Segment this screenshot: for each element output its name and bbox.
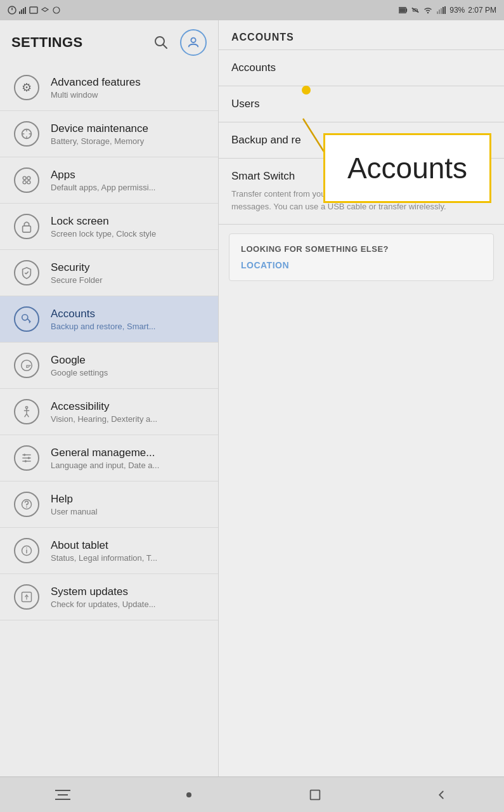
help-svg bbox=[20, 498, 33, 511]
sidebar-item-text: System updates Check for updates, Update… bbox=[51, 586, 155, 609]
maintenance-svg bbox=[20, 127, 34, 141]
icon-wrap bbox=[11, 396, 42, 427]
item-title: Device maintenance bbox=[51, 122, 148, 135]
svg-rect-13 bbox=[437, 11, 438, 14]
apps-icon bbox=[14, 167, 39, 193]
svg-point-33 bbox=[25, 407, 27, 409]
back-button[interactable] bbox=[422, 782, 460, 808]
sidebar-item-google[interactable]: Google Google settings bbox=[0, 343, 218, 389]
item-title: General manageme... bbox=[51, 447, 159, 459]
svg-line-19 bbox=[163, 44, 167, 48]
icon-wrap bbox=[11, 165, 42, 195]
svg-point-25 bbox=[27, 181, 30, 184]
item-title: Help bbox=[51, 493, 98, 506]
security-icon bbox=[14, 260, 39, 285]
dot-indicator bbox=[170, 782, 208, 808]
notification-icon bbox=[8, 6, 16, 15]
svg-rect-5 bbox=[25, 7, 26, 14]
back-icon bbox=[434, 788, 448, 802]
sidebar-item-about-tablet[interactable]: About tablet Status, Legal information, … bbox=[0, 528, 218, 574]
search-icon bbox=[153, 35, 169, 50]
svg-rect-10 bbox=[406, 8, 408, 11]
item-subtitle: Battery, Storage, Memory bbox=[51, 136, 148, 146]
home-icon bbox=[308, 788, 322, 802]
sidebar-header: SETTINGS bbox=[0, 20, 218, 65]
google-svg bbox=[20, 359, 33, 372]
sidebar-item-security[interactable]: Security Secure Folder bbox=[0, 250, 218, 296]
accounts-menu-title: Accounts bbox=[231, 62, 491, 74]
users-menu-item[interactable]: Users bbox=[219, 86, 504, 122]
sidebar-item-text: Google Google settings bbox=[51, 354, 108, 377]
backup-restore-menu-item[interactable]: Backup and re bbox=[219, 122, 504, 159]
status-bar: 93% 2:07 PM bbox=[0, 0, 504, 20]
icon-wrap bbox=[11, 304, 42, 334]
svg-rect-11 bbox=[399, 8, 406, 13]
menu-button[interactable] bbox=[44, 782, 82, 808]
item-subtitle: Multi window bbox=[51, 90, 141, 100]
sidebar-item-text: Advanced features Multi window bbox=[51, 76, 141, 100]
item-title: About tablet bbox=[51, 539, 157, 552]
extra-icon bbox=[52, 6, 61, 14]
item-title: Security bbox=[51, 261, 103, 274]
sliders-svg bbox=[20, 452, 33, 464]
sidebar-item-lock-screen[interactable]: Lock screen Screen lock type, Clock styl… bbox=[0, 204, 218, 250]
key-svg bbox=[21, 313, 32, 325]
smart-switch-section[interactable]: Smart Switch Transfer content from your … bbox=[219, 159, 504, 225]
item-title: Accounts bbox=[51, 308, 155, 320]
svg-rect-15 bbox=[441, 8, 442, 14]
svg-rect-4 bbox=[23, 8, 24, 14]
icon-wrap bbox=[11, 535, 42, 566]
sidebar-item-text: About tablet Status, Legal information, … bbox=[51, 539, 157, 563]
time: 2:07 PM bbox=[468, 6, 496, 15]
profile-button[interactable] bbox=[180, 29, 207, 56]
search-button[interactable] bbox=[150, 31, 172, 54]
sidebar-item-accessibility[interactable]: Accessibility Vision, Hearing, Dexterity… bbox=[0, 389, 218, 435]
battery-percent: 93% bbox=[449, 6, 465, 15]
sidebar-title: SETTINGS bbox=[11, 34, 82, 51]
signal-icon bbox=[19, 6, 27, 14]
icon-wrap bbox=[11, 350, 42, 381]
location-link[interactable]: LOCATION bbox=[241, 260, 482, 270]
svg-line-30 bbox=[27, 318, 30, 322]
svg-rect-26 bbox=[23, 226, 31, 232]
sidebar-item-general-management[interactable]: General manageme... Language and input, … bbox=[0, 435, 218, 481]
svg-rect-56 bbox=[311, 790, 320, 799]
item-subtitle: Language and input, Date a... bbox=[51, 461, 159, 470]
sidebar-item-accounts[interactable]: Accounts Backup and restore, Smart... bbox=[0, 296, 218, 343]
accounts-menu-item[interactable]: Accounts bbox=[219, 50, 504, 86]
svg-rect-14 bbox=[439, 10, 440, 14]
wifi-icon bbox=[423, 6, 433, 14]
svg-rect-17 bbox=[444, 6, 446, 14]
accessibility-icon bbox=[14, 399, 39, 424]
sidebar-item-apps[interactable]: Apps Default apps, App permissi... bbox=[0, 157, 218, 204]
sidebar-item-help[interactable]: Help User manual bbox=[0, 481, 218, 528]
item-title: Advanced features bbox=[51, 76, 141, 89]
lock-screen-icon bbox=[14, 214, 39, 239]
bottom-navigation bbox=[0, 776, 504, 812]
profile-icon bbox=[186, 36, 200, 49]
smart-switch-description: Transfer content from your old device, i… bbox=[231, 188, 491, 213]
sidebar-item-device-maintenance[interactable]: Device maintenance Battery, Storage, Mem… bbox=[0, 111, 218, 157]
svg-point-29 bbox=[22, 315, 28, 320]
sidebar-item-advanced-features[interactable]: ⚙ Advanced features Multi window bbox=[0, 65, 218, 111]
accounts-icon bbox=[14, 306, 39, 332]
sidebar-item-system-updates[interactable]: System updates Check for updates, Update… bbox=[0, 574, 218, 620]
sidebar-item-text: General manageme... Language and input, … bbox=[51, 447, 159, 470]
svg-point-42 bbox=[28, 457, 30, 459]
general-management-icon bbox=[14, 445, 39, 471]
status-bar-right: 93% 2:07 PM bbox=[399, 6, 496, 15]
svg-point-41 bbox=[23, 454, 25, 455]
sidebar-item-text: Help User manual bbox=[51, 493, 98, 516]
item-subtitle: Vision, Hearing, Dexterity a... bbox=[51, 414, 157, 424]
right-panel: ACCOUNTS Accounts Users Backup and re Sm… bbox=[219, 20, 504, 776]
svg-rect-2 bbox=[19, 11, 20, 14]
item-subtitle: Default apps, App permissi... bbox=[51, 183, 155, 192]
icon-wrap bbox=[11, 258, 42, 288]
lock-svg bbox=[21, 220, 32, 233]
icon-wrap bbox=[11, 211, 42, 242]
item-subtitle: Status, Legal information, T... bbox=[51, 553, 157, 563]
svg-marker-7 bbox=[42, 8, 48, 11]
users-menu-title: Users bbox=[231, 98, 491, 110]
sidebar: SETTINGS ⚙ bbox=[0, 20, 219, 776]
home-button[interactable] bbox=[296, 782, 334, 808]
